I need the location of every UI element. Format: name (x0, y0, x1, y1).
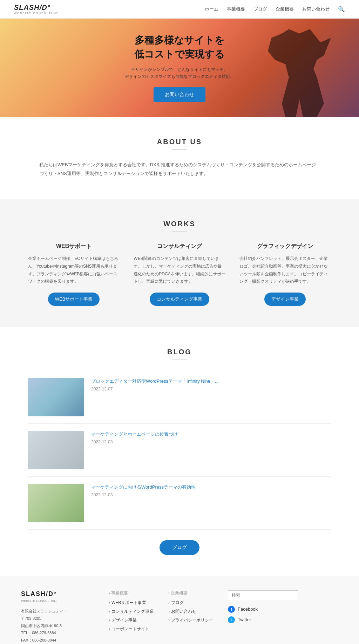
hero-title: 多種多様なサイトを 低コストで実現する (125, 33, 234, 61)
hero-title-line1: 多種多様なサイトを (135, 35, 225, 46)
footer-nav-col2-title: › 企業概要 (168, 590, 217, 596)
footer-logo: SLASH/D° (21, 590, 98, 598)
footer-nav-col1-title: › 事業概要 (109, 590, 158, 596)
footer-search-input[interactable] (228, 590, 298, 600)
logo-main-text: SLASH/D° (14, 4, 50, 12)
work-consulting-desc: WEB関連のコンテンツは集客に直結しています。しかし、マーケティングの実施は広告… (134, 255, 225, 285)
nav-home[interactable]: ホーム (205, 6, 218, 12)
works-grid: WEBサポート 企業ホームページ制作、ECサイト構築はもちろん、Youtubeや… (28, 243, 331, 306)
blog-item-2: マーケティングにおけるWordPressテーマの有効性 2022-12-03 (28, 477, 331, 530)
blog-info-1: マーケティングとホームページの位置づけ 2022-12-03 (91, 431, 331, 445)
twitter-icon: t (228, 616, 235, 623)
footer-link-consulting[interactable]: コンサルティング事業 (109, 609, 158, 615)
blog-title: BLOG (28, 348, 331, 360)
blog-link-1[interactable]: マーケティングとホームページの位置づけ (91, 431, 178, 437)
work-design-button[interactable]: デザイン事業 (264, 293, 306, 306)
header: SLASH/D° WEBSITE CONSULTING ホーム 事業概要 ブログ… (0, 0, 359, 19)
logo: SLASH/D° WEBSITE CONSULTING (14, 4, 58, 15)
blog-thumb-img-0 (28, 378, 84, 416)
footer-fax: FAX：086-208-3044 (21, 637, 98, 644)
footer: SLASH/D° WEBSITE CONSULTING 有限会社スラッシュディー… (0, 576, 359, 644)
blog-link-0[interactable]: ブロックエディター対応型WordPressテーマ「Infinity Nine」.… (91, 378, 219, 384)
footer-address: 岡山市中区四御神190-3 (21, 622, 98, 630)
nav-blog[interactable]: ブログ (253, 6, 267, 12)
blog-date-1: 2022-12-03 (91, 440, 331, 444)
facebook-icon: f (228, 606, 235, 613)
hero-subtitle: デザインがシンプルで、どんなサイトにもマッチ。デザインのカスタマイズも可能なブロ… (125, 66, 234, 80)
blog-thumb-img-2 (28, 484, 84, 522)
blog-date-2: 2022-12-03 (91, 492, 331, 497)
work-consulting-title: コンサルティング (134, 243, 225, 250)
footer-company-info: 有限会社スラッシュディー 〒703-8201 岡山市中区四御神190-3 TEL… (21, 608, 98, 644)
works-title: WORKS (28, 220, 331, 232)
blog-more-button[interactable]: ブログ (160, 540, 199, 555)
footer-facebook-link[interactable]: f Facebook (228, 606, 298, 613)
work-item-design: グラフィックデザイン 会社紹介パンフレット、展示会ポスター、企業ロゴ、会社紹介動… (239, 243, 331, 306)
blog-thumb-0 (28, 378, 84, 416)
blog-info-2: マーケティングにおけるWordPressテーマの有効性 2022-12-03 (91, 484, 331, 498)
work-design-desc: 会社紹介パンフレット、展示会ポスター、企業ロゴ、会社紹介動画等、事業の拡大に欠か… (239, 255, 331, 285)
work-web-button[interactable]: WEBサポート事業 (48, 293, 100, 306)
footer-tel: TEL：086-279-5884 (21, 629, 98, 637)
main-nav: ホーム 事業概要 ブログ 企業概要 お問い合わせ 🔍 (205, 6, 345, 13)
blog-thumb-1 (28, 431, 84, 469)
footer-twitter-label: Twitter (238, 617, 251, 622)
footer-facebook-label: Facebook (238, 606, 258, 612)
work-item-consulting: コンサルティング WEB関連のコンテンツは集客に直結しています。しかし、マーケテ… (134, 243, 225, 306)
blog-link-2[interactable]: マーケティングにおけるWordPressテーマの有効性 (91, 484, 196, 490)
footer-link-privacy[interactable]: プライバシーポリシー (168, 617, 217, 623)
footer-postal: 〒703-8201 (21, 615, 98, 622)
about-title: ABOUT US (28, 138, 331, 150)
blog-section: BLOG ブロックエディター対応型WordPressテーマ「Infinity N… (0, 327, 359, 576)
footer-link-corporate[interactable]: コーポレートサイト (109, 626, 158, 632)
work-web-title: WEBサポート (28, 243, 120, 250)
about-body: 私たちはWEBマーケティングを得意とする会社です。DXを推進するためのシステムづ… (39, 161, 320, 178)
work-web-desc: 企業ホームページ制作、ECサイト構築はもちろん、YoutubeやInstagra… (28, 255, 120, 285)
work-consulting-button[interactable]: コンサルティング事業 (150, 293, 209, 306)
footer-logo-area: SLASH/D° WEBSITE CONSULTING 有限会社スラッシュディー… (21, 590, 98, 644)
blog-info-0: ブロックエディター対応型WordPressテーマ「Infinity Nine」.… (91, 378, 331, 392)
about-section: ABOUT US 私たちはWEBマーケティングを得意とする会社です。DXを推進す… (0, 117, 359, 199)
footer-nav-col2: › 企業概要 ブログ お問い合わせ プライバシーポリシー (168, 590, 217, 644)
works-section: WORKS WEBサポート 企業ホームページ制作、ECサイト構築はもちろん、Yo… (0, 199, 359, 327)
work-item-web: WEBサポート 企業ホームページ制作、ECサイト構築はもちろん、Youtubeや… (28, 243, 120, 306)
hero-section: 多種多様なサイトを 低コストで実現する デザインがシンプルで、どんなサイトにもマ… (0, 19, 359, 117)
hero-content: 多種多様なサイトを 低コストで実現する デザインがシンプルで、どんなサイトにもマ… (125, 33, 234, 102)
nav-contact[interactable]: お問い合わせ (302, 6, 330, 12)
footer-link-design[interactable]: デザイン事業 (109, 617, 158, 623)
logo-sub-text: WEBSITE CONSULTING (14, 12, 58, 15)
footer-company-name: 有限会社スラッシュディー (21, 608, 98, 615)
footer-logo-sub: WEBSITE CONSULTING (21, 599, 98, 603)
footer-top: SLASH/D° WEBSITE CONSULTING 有限会社スラッシュディー… (21, 590, 338, 644)
footer-nav-col1: › 事業概要 WEBサポート事業 コンサルティング事業 デザイン事業 コーポレー… (109, 590, 158, 644)
blog-list: ブロックエディター対応型WordPressテーマ「Infinity Nine」.… (28, 371, 331, 530)
footer-link-blog[interactable]: ブログ (168, 600, 217, 606)
footer-link-contact[interactable]: お問い合わせ (168, 609, 217, 615)
work-design-title: グラフィックデザイン (239, 243, 331, 250)
footer-twitter-link[interactable]: t Twitter (228, 616, 298, 623)
search-icon[interactable]: 🔍 (338, 6, 345, 13)
blog-item-0: ブロックエディター対応型WordPressテーマ「Infinity Nine」.… (28, 371, 331, 424)
blog-thumb-2 (28, 484, 84, 522)
hero-silhouette (261, 29, 331, 117)
blog-date-0: 2022-12-07 (91, 387, 331, 391)
hero-title-line2: 低コストで実現する (134, 49, 225, 60)
nav-works[interactable]: 事業概要 (227, 6, 245, 12)
hero-cta-button[interactable]: お問い合わせ (154, 87, 205, 102)
nav-about[interactable]: 企業概要 (276, 6, 294, 12)
footer-link-web[interactable]: WEBサポート事業 (109, 600, 158, 606)
footer-sns-col: f Facebook t Twitter (228, 590, 298, 644)
blog-thumb-img-1 (28, 431, 84, 469)
blog-item-1: マーケティングとホームページの位置づけ 2022-12-03 (28, 424, 331, 477)
